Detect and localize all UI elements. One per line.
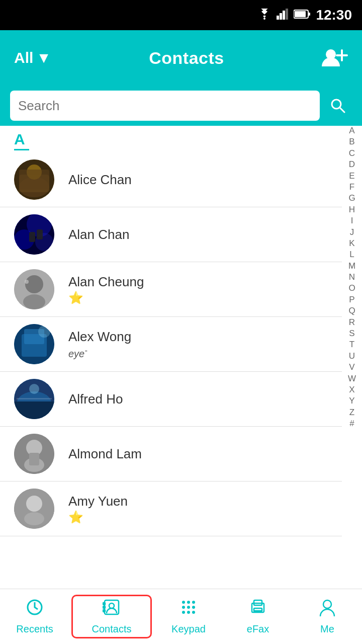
svg-rect-46	[103, 606, 105, 608]
nav-item-recents[interactable]: Recents	[0, 594, 69, 639]
alpha-S[interactable]: S	[344, 329, 359, 339]
nav-item-keypad[interactable]: Keypad	[154, 594, 223, 639]
svg-point-57	[192, 611, 195, 614]
nav-label-contacts: Contacts	[92, 623, 132, 635]
alpha-W[interactable]: W	[344, 374, 359, 384]
alpha-Z[interactable]: Z	[344, 408, 359, 418]
nav-item-contacts[interactable]: Contacts	[71, 595, 152, 638]
alpha-V[interactable]: V	[344, 362, 359, 372]
alpha-E[interactable]: E	[344, 171, 359, 181]
eye-text: eye-	[68, 346, 87, 360]
alpha-M[interactable]: M	[344, 261, 359, 271]
section-header-a: A	[0, 126, 362, 152]
contacts-icon	[103, 598, 121, 620]
alpha-P[interactable]: P	[344, 295, 359, 305]
svg-rect-45	[103, 603, 105, 605]
alpha-Q[interactable]: Q	[344, 306, 359, 316]
svg-point-50	[187, 601, 190, 604]
section-letter: A	[14, 131, 29, 150]
search-container	[0, 86, 362, 126]
alpha-F[interactable]: F	[344, 182, 359, 192]
alpha-D[interactable]: D	[344, 159, 359, 170]
svg-point-0	[263, 18, 265, 20]
contact-item[interactable]: Alan Cheung⭐	[0, 262, 342, 317]
contact-name: Alan Cheung	[68, 274, 144, 290]
alpha-A[interactable]: A	[344, 126, 359, 136]
svg-point-41	[26, 496, 42, 512]
filter-label: All	[14, 49, 33, 66]
filter-dropdown[interactable]: All ▼	[14, 49, 51, 66]
svg-point-54	[192, 606, 195, 609]
contact-item[interactable]: Almond Lam	[0, 427, 342, 481]
svg-rect-33	[14, 401, 54, 419]
svg-line-12	[340, 108, 344, 112]
alpha-L[interactable]: L	[344, 250, 359, 260]
contact-item[interactable]: Alan Chan	[0, 207, 342, 262]
contacts-scroll-area: A Alice Chan Alan Chan Alan Cheung⭐ Alex…	[0, 126, 362, 589]
add-contact-button[interactable]	[322, 46, 348, 69]
alpha-O[interactable]: O	[344, 283, 359, 293]
svg-rect-4	[286, 9, 288, 20]
avatar	[14, 434, 54, 474]
alpha-H[interactable]: H	[344, 205, 359, 215]
svg-point-34	[29, 384, 39, 394]
avatar	[14, 379, 54, 419]
contact-item[interactable]: Alice Chan	[0, 152, 342, 207]
svg-point-30	[38, 326, 50, 338]
alpha-U[interactable]: U	[344, 351, 359, 361]
alpha-N[interactable]: N	[344, 272, 359, 282]
svg-point-16	[27, 165, 42, 180]
svg-point-26	[25, 280, 29, 284]
battery-icon	[294, 9, 311, 21]
search-button[interactable]	[324, 92, 352, 120]
svg-rect-7	[295, 11, 306, 17]
signal-icon	[277, 9, 289, 22]
contact-item[interactable]: Amy Yuen⭐	[0, 481, 342, 536]
alpha-B[interactable]: B	[344, 137, 359, 147]
status-time: 12:30	[316, 7, 352, 23]
svg-point-48	[109, 603, 114, 608]
person-icon	[318, 598, 336, 620]
svg-rect-47	[103, 610, 105, 612]
contact-item[interactable]: Alex Wongeye-	[0, 317, 342, 372]
wifi-icon	[257, 9, 272, 22]
chevron-down-icon: ▼	[36, 49, 51, 66]
app-header: All ▼ Contacts	[0, 30, 362, 86]
svg-rect-2	[280, 13, 282, 20]
alpha-R[interactable]: R	[344, 317, 359, 328]
nav-item-efax[interactable]: eFax	[223, 594, 293, 639]
svg-rect-15	[19, 175, 49, 192]
avatar	[14, 159, 54, 200]
nav-label-recents: Recents	[16, 623, 53, 635]
alpha-K[interactable]: K	[344, 238, 359, 249]
contact-item[interactable]: Alfred Ho	[0, 372, 342, 427]
svg-rect-39	[29, 453, 39, 465]
status-bar: 12:30	[0, 0, 362, 30]
alpha-T[interactable]: T	[344, 340, 359, 350]
alpha-I[interactable]: I	[344, 216, 359, 226]
bottom-nav: Recents Contacts Keypad eFax Me	[0, 589, 362, 644]
avatar	[14, 324, 54, 364]
svg-rect-35	[17, 398, 52, 399]
contact-name: Almond Lam	[68, 446, 142, 462]
alpha-Y[interactable]: Y	[344, 396, 359, 406]
nav-label-keypad: Keypad	[171, 623, 206, 635]
contact-name: Alice Chan	[68, 172, 132, 188]
svg-rect-6	[308, 13, 310, 16]
svg-point-55	[182, 611, 185, 614]
avatar	[14, 269, 54, 309]
search-input[interactable]	[18, 98, 312, 114]
svg-rect-22	[37, 229, 43, 239]
svg-point-51	[192, 601, 195, 604]
alpha-J[interactable]: J	[344, 227, 359, 237]
alpha-X[interactable]: X	[344, 385, 359, 395]
svg-point-56	[187, 611, 190, 614]
svg-point-14	[19, 177, 49, 197]
alpha-G[interactable]: G	[344, 193, 359, 203]
nav-item-me[interactable]: Me	[293, 594, 362, 639]
svg-point-49	[182, 601, 185, 604]
alpha-#[interactable]: #	[344, 419, 359, 429]
svg-point-62	[323, 600, 331, 608]
page-title: Contacts	[149, 48, 224, 68]
alpha-C[interactable]: C	[344, 148, 359, 158]
